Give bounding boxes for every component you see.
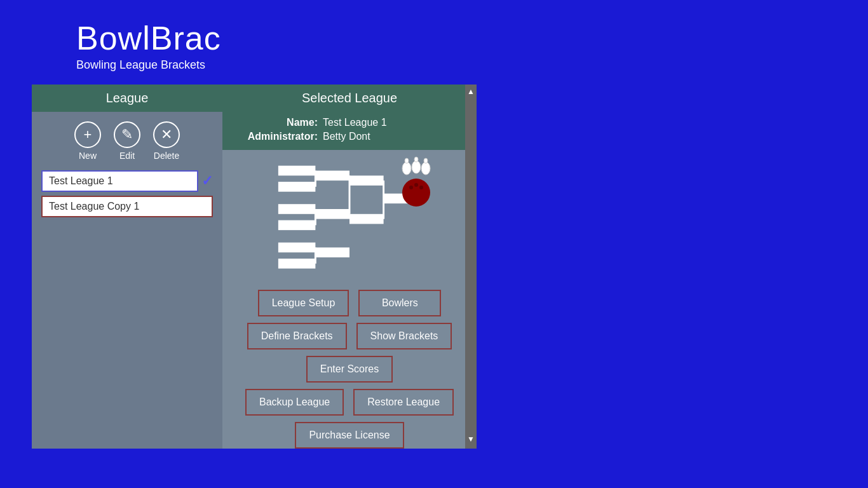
backup-league-button[interactable]: Backup League [245,389,344,416]
app-header: BowlBrac Bowling League Brackets [0,0,868,85]
league-panel: League + New ✎ Edit ✕ Delete ✓ [32,85,222,449]
svg-rect-11 [278,182,316,192]
define-brackets-button[interactable]: Define Brackets [247,323,347,349]
svg-rect-19 [315,171,349,181]
svg-point-1 [414,157,418,162]
league-panel-title: League [32,85,222,112]
list-item [41,196,213,217]
delete-circle-icon[interactable]: ✕ [153,121,180,148]
edit-circle-icon[interactable]: ✎ [114,121,140,148]
btn-row-2: Define Brackets Show Brackets [247,323,452,349]
svg-rect-12 [278,204,316,214]
edit-button[interactable]: ✎ Edit [114,121,140,161]
delete-button[interactable]: ✕ Delete [153,121,180,161]
svg-rect-21 [315,247,349,257]
svg-rect-10 [278,166,316,176]
league-list: ✓ [32,164,222,224]
league-controls: + New ✎ Edit ✕ Delete [32,112,222,164]
new-label: New [79,151,97,161]
svg-point-2 [402,162,411,175]
app-subtitle: Bowling League Brackets [76,58,868,72]
selected-panel: ▲ ▼ Selected League Name: Test League 1 … [222,85,477,449]
bowling-icon [391,153,442,213]
btn-row-5: Purchase License [295,422,403,449]
restore-league-button[interactable]: Restore League [353,389,454,416]
bracket-area [222,150,477,290]
name-value: Test League 1 [323,117,387,128]
btn-row-4: Backup League Restore League [245,389,454,416]
app-title: BowlBrac [76,19,868,57]
action-buttons: League Setup Bowlers Define Brackets Sho… [222,290,477,449]
svg-rect-24 [349,214,384,224]
svg-point-3 [405,158,409,163]
svg-rect-13 [278,220,316,231]
show-brackets-button[interactable]: Show Brackets [356,323,452,349]
svg-point-8 [414,183,418,187]
svg-rect-14 [278,243,316,253]
league-setup-button[interactable]: League Setup [258,290,349,316]
btn-row-1: League Setup Bowlers [258,290,442,316]
svg-rect-23 [349,175,384,186]
purchase-license-button[interactable]: Purchase License [295,422,403,449]
svg-point-4 [421,162,430,175]
svg-point-9 [409,186,413,189]
svg-point-0 [412,161,421,173]
admin-value: Betty Dont [323,131,370,142]
svg-rect-20 [315,209,349,219]
admin-label: Administrator: [235,131,318,142]
svg-point-5 [424,158,428,163]
scrollbar[interactable]: ▲ ▼ [465,85,477,449]
scroll-down-arrow[interactable]: ▼ [465,432,477,446]
name-row: Name: Test League 1 [235,117,464,128]
btn-row-3: Enter Scores [306,356,393,383]
selected-panel-title: Selected League [222,85,477,112]
league-item-input-2[interactable] [41,196,213,217]
list-item: ✓ [41,170,213,192]
new-circle-icon[interactable]: + [74,121,101,148]
enter-scores-button[interactable]: Enter Scores [306,356,393,383]
scroll-up-arrow[interactable]: ▲ [465,85,477,98]
selected-checkmark: ✓ [201,173,213,189]
new-button[interactable]: + New [74,121,101,161]
edit-label: Edit [119,151,135,161]
selected-info: Name: Test League 1 Administrator: Betty… [222,112,477,150]
main-container: League + New ✎ Edit ✕ Delete ✓ [32,85,477,449]
name-label: Name: [235,117,318,128]
svg-rect-15 [278,259,316,269]
bowlers-button[interactable]: Bowlers [358,290,441,316]
delete-label: Delete [154,151,179,161]
svg-point-7 [419,186,423,189]
admin-row: Administrator: Betty Dont [235,131,464,142]
svg-point-6 [402,179,430,207]
league-item-input-1[interactable] [41,170,198,192]
